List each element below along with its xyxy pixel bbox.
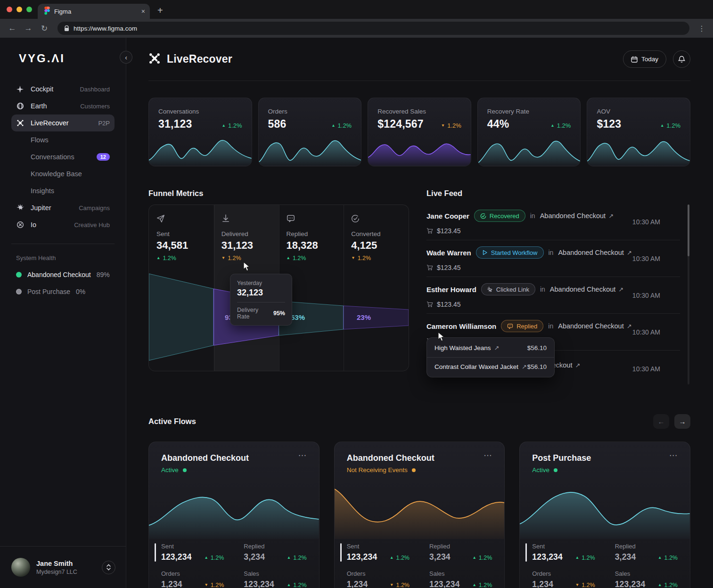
sidebar-item-insights[interactable]: Insights — [11, 182, 115, 199]
flows-next-button[interactable]: → — [674, 414, 690, 429]
kpi-value: 586 — [268, 118, 287, 131]
sparkline-chart — [368, 136, 471, 166]
more-options-icon[interactable]: ⋯ — [669, 453, 678, 458]
health-value: 89% — [97, 271, 110, 278]
funnel-step-sent[interactable]: Sent 34,581 1.2% — [149, 205, 214, 261]
avatar — [11, 558, 30, 577]
tab-close-icon[interactable]: × — [141, 8, 145, 15]
flow-stat-orders: Orders 1,2341.2% — [161, 570, 224, 588]
event-time: 10:30 AM — [632, 218, 660, 226]
cart-amount[interactable]: $123.45 — [437, 227, 461, 235]
sidebar-item-knowledge-base[interactable]: Knowledge Base — [11, 165, 115, 182]
active-flows-title: Active Flows — [148, 417, 196, 426]
external-link-icon: ↗ — [618, 286, 623, 293]
system-health: System Health Abandoned Checkout 89% Pos… — [0, 244, 126, 295]
starburst-icon — [16, 204, 24, 212]
cart-item[interactable]: Contrast Collar Waxed Jacket↗ $56.10 — [427, 357, 554, 376]
status-dot — [183, 468, 187, 472]
sparkline-chart — [149, 136, 252, 166]
kpi-cards: Conversations 31,123 1.2% Orders 586 1.2… — [148, 98, 690, 166]
funnel-step-converted[interactable]: Converted 4,125 1.2% — [344, 205, 409, 261]
address-bar[interactable]: https://www.figma.com — [57, 22, 689, 35]
external-link-icon: ↗ — [608, 212, 614, 220]
back-icon[interactable]: ← — [6, 22, 19, 35]
kpi-value: $124,567 — [377, 118, 424, 131]
customer-name: Wade Warren — [426, 249, 471, 257]
date-range-button[interactable]: Today — [623, 50, 666, 68]
feed-scrollbar — [688, 204, 689, 384]
external-link-icon: ↗ — [494, 344, 500, 351]
flow-stat-sales: Sales 123,2341.2% — [244, 570, 306, 588]
flows-prev-button[interactable]: ← — [653, 414, 669, 429]
figma-favicon — [44, 7, 50, 16]
tab-title: Figma — [54, 8, 137, 15]
sidebar-item-conversations[interactable]: Conversations 12 — [11, 148, 115, 165]
flow-card-title: Post Purchase — [532, 453, 591, 463]
flow-card-title: Abandoned Checkout — [347, 453, 434, 463]
flow-card-abandoned-checkout-1: Abandoned Checkout ⋯ Active Sent — [148, 441, 320, 588]
cart-amount[interactable]: $123.45 — [437, 301, 461, 308]
notifications-button[interactable] — [673, 50, 690, 68]
customer-name: Cameron Williamson — [426, 322, 496, 330]
more-options-icon[interactable]: ⋯ — [484, 453, 492, 458]
cart-icon — [426, 264, 433, 271]
profile-menu-button[interactable] — [102, 561, 115, 574]
cart-item[interactable]: High Waisted Jeans↗ $56.10 — [427, 339, 554, 357]
user-profile: Jane Smith Mydesign7 LLC — [0, 546, 126, 588]
reload-icon[interactable]: ↻ — [38, 22, 51, 35]
flow-stat-sales: Sales 123,2341.2% — [615, 570, 678, 588]
date-range-label: Today — [641, 56, 658, 63]
browser-menu-icon[interactable]: ⋮ — [696, 24, 707, 33]
liverecover-icon — [16, 119, 24, 127]
page-title: LiveRecover — [167, 53, 232, 65]
status-badge-started-workflow: Started Workflow — [476, 246, 544, 259]
feed-scrollbar-thumb[interactable] — [688, 204, 689, 256]
kpi-value: 44% — [487, 118, 509, 131]
window-minimize-button[interactable] — [16, 7, 22, 12]
main-content: LiveRecover Today Conversations 31,123 1… — [126, 38, 713, 588]
sidebar-item-io[interactable]: Io Creative Hub — [11, 216, 115, 233]
live-feed-section: Live Feed Jane Cooper Recovered in Aband… — [426, 189, 690, 387]
flow-stat-replied: Replied 3,2341.2% — [615, 543, 678, 562]
health-row-post-purchase: Post Purchase 0% — [16, 288, 115, 295]
window-zoom-button[interactable] — [26, 7, 32, 12]
flow-stat-sent: Sent 123,2341.2% — [532, 543, 595, 562]
customer-name: Esther Howard — [426, 286, 476, 294]
browser-tab[interactable]: Figma × — [38, 4, 150, 19]
kpi-card-orders: Orders 586 1.2% — [258, 98, 362, 166]
check-circle-icon — [480, 213, 486, 219]
health-status-dot — [16, 289, 22, 294]
cart-amount[interactable]: $123.45 — [437, 264, 461, 271]
user-name: Jane Smith — [36, 560, 77, 567]
flow-link[interactable]: Abandoned Checkout↗ — [540, 212, 614, 220]
sidebar-item-jupiter[interactable]: Jupiter Campaigns — [11, 199, 115, 216]
new-tab-button[interactable]: + — [157, 5, 163, 19]
cart-icon — [426, 228, 433, 234]
flow-status: Active — [149, 466, 319, 474]
sidebar-collapse-button[interactable]: ‹ — [120, 51, 132, 64]
active-flows-section: Active Flows ← → Abandoned Checkout ⋯ Ac… — [148, 414, 690, 588]
kpi-delta: 1.2% — [660, 122, 680, 129]
external-link-icon: ↗ — [627, 323, 632, 330]
health-row-abandoned-checkout: Abandoned Checkout 89% — [16, 271, 115, 278]
flow-card-title: Abandoned Checkout — [161, 453, 249, 463]
sidebar-item-flows[interactable]: Flows — [11, 131, 115, 148]
kpi-label: Recovery Rate — [478, 98, 581, 115]
flow-link[interactable]: Abandoned Checkout↗ — [558, 249, 631, 256]
nav-label: Jupiter — [31, 204, 51, 212]
window-close-button[interactable] — [7, 7, 12, 12]
sidebar-item-cockpit[interactable]: Cockpit Dashboard — [11, 81, 115, 98]
feed-row: Esther Howard Clicked Link in Abandoned … — [426, 277, 680, 314]
funnel-step-delivered[interactable]: Delivered 31,123 1.2% — [214, 205, 279, 261]
sidebar-item-earth[interactable]: Earth Customers — [11, 98, 115, 114]
sidebar-item-liverecover[interactable]: LiveRecover P2P — [11, 114, 115, 131]
app-shell: VYG.ΛI ‹ Cockpit Dashboard Earth Custome… — [0, 38, 713, 588]
more-options-icon[interactable]: ⋯ — [298, 453, 307, 458]
kpi-card-recovery-rate: Recovery Rate 44% 1.2% — [477, 98, 581, 166]
forward-icon[interactable]: → — [22, 22, 35, 35]
kpi-label: Orders — [259, 98, 361, 115]
flow-link[interactable]: Abandoned Checkout↗ — [550, 286, 623, 293]
funnel-step-replied[interactable]: Replied 18,328 1.2% — [279, 205, 344, 261]
kpi-delta: 1.2% — [222, 122, 242, 129]
flow-link[interactable]: Abandoned Checkout↗ — [558, 322, 631, 330]
